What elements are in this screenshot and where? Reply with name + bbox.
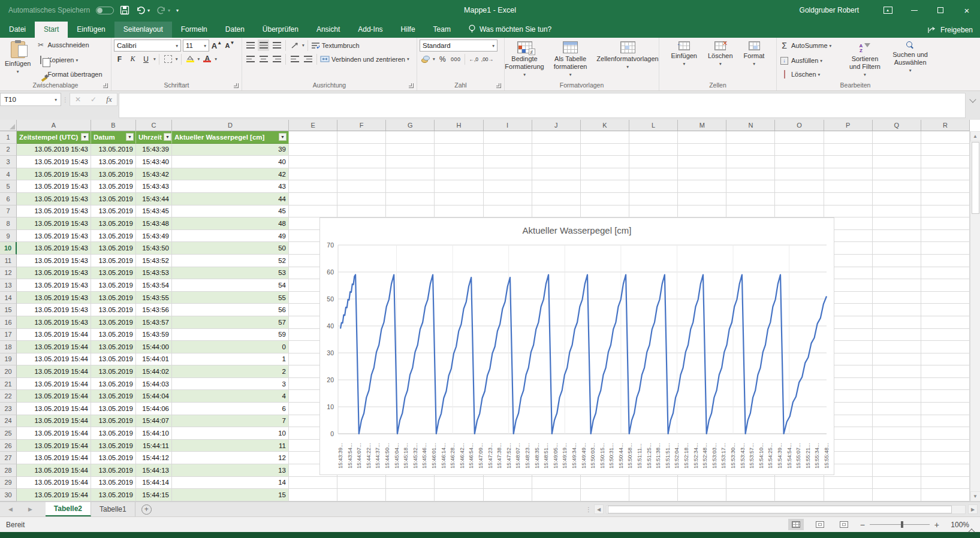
row-header-17[interactable]: 17	[0, 329, 17, 341]
cell-B25[interactable]: 13.05.2019	[91, 427, 136, 440]
cut-button[interactable]: ✂Ausschneiden	[35, 41, 102, 49]
cell-C23[interactable]: 15:44:06	[136, 403, 172, 415]
tab-splitter-icon[interactable]: ⋮	[586, 506, 592, 513]
cell-C8[interactable]: 15:43:48	[136, 217, 172, 230]
cell-D29[interactable]: 14	[172, 477, 289, 489]
cell-E2[interactable]	[289, 144, 337, 156]
cell-R2[interactable]	[921, 144, 970, 156]
cell-A20[interactable]: 13.05.2019 15:44	[17, 365, 91, 378]
cell-B3[interactable]: 13.05.2019	[91, 156, 136, 168]
cell-I2[interactable]	[484, 144, 532, 156]
number-format-select[interactable]: Standard▾	[420, 40, 497, 52]
cell-D14[interactable]: 55	[172, 292, 289, 304]
cell-A26[interactable]: 13.05.2019 15:44	[17, 440, 91, 452]
ribbon-tab-team[interactable]: Team	[424, 22, 460, 38]
cell-M7[interactable]	[678, 205, 726, 218]
cell-R3[interactable]	[921, 156, 970, 168]
cell-C17[interactable]: 15:43:59	[136, 329, 172, 341]
cell-B8[interactable]: 13.05.2019	[91, 217, 136, 230]
cell-R8[interactable]	[921, 217, 970, 230]
cell-R17[interactable]	[921, 329, 970, 341]
format-as-table-button[interactable]: Als Tabelle formatieren▾	[551, 40, 590, 80]
cell-M3[interactable]	[678, 156, 726, 168]
cell-R15[interactable]	[921, 304, 970, 316]
cell-M6[interactable]	[678, 193, 726, 205]
cell-styles-button[interactable]: Zellenformatvorlagen▾	[594, 40, 661, 80]
cell-C15[interactable]: 15:43:56	[136, 304, 172, 316]
cell-C4[interactable]: 15:43:42	[136, 168, 172, 181]
column-header-H[interactable]: H	[435, 120, 483, 131]
increase-indent-icon[interactable]	[302, 53, 313, 65]
ribbon-tab-start[interactable]: Start	[35, 22, 68, 38]
cell-E4[interactable]	[289, 168, 337, 181]
cell-J4[interactable]	[532, 168, 581, 181]
cell-C25[interactable]: 15:44:10	[136, 427, 172, 440]
cell-R14[interactable]	[921, 292, 970, 304]
column-header-G[interactable]: G	[386, 120, 435, 131]
close-button[interactable]: ×	[954, 0, 980, 20]
insert-function-icon[interactable]: fx	[101, 95, 117, 104]
cell-I3[interactable]	[484, 156, 532, 168]
cell-H5[interactable]	[435, 180, 483, 193]
column-header-R[interactable]: R	[921, 120, 970, 131]
cell-C9[interactable]: 15:43:49	[136, 230, 172, 243]
cell-A18[interactable]: 13.05.2019 15:44	[17, 341, 91, 353]
cell-A7[interactable]: 13.05.2019 15:43	[17, 205, 91, 218]
cell-Q17[interactable]	[873, 329, 921, 341]
cell-R6[interactable]	[921, 193, 970, 205]
cell-P30[interactable]	[824, 489, 873, 501]
share-button[interactable]: Freigeben	[927, 26, 973, 34]
column-header-J[interactable]: J	[532, 120, 581, 131]
zoom-slider-thumb[interactable]	[901, 521, 903, 528]
new-sheet-icon[interactable]: +	[141, 504, 152, 515]
user-name[interactable]: Goldgruber Robert	[800, 6, 859, 14]
cell-B17[interactable]: 13.05.2019	[91, 329, 136, 341]
cell-H29[interactable]	[435, 477, 483, 489]
cell-C1[interactable]: Uhrzeit▼	[136, 131, 172, 144]
cell-P1[interactable]	[824, 131, 873, 144]
cell-C13[interactable]: 15:43:54	[136, 279, 172, 292]
ribbon-tab-einfügen[interactable]: Einfügen	[68, 22, 114, 38]
cell-A16[interactable]: 13.05.2019 15:43	[17, 316, 91, 329]
cell-D11[interactable]: 52	[172, 255, 289, 267]
cell-N2[interactable]	[726, 144, 775, 156]
cell-D15[interactable]: 56	[172, 304, 289, 316]
cell-Q28[interactable]	[873, 464, 921, 477]
wrap-text-button[interactable]: Textumbruch	[311, 42, 360, 49]
column-header-F[interactable]: F	[337, 120, 386, 131]
number-dialog-launcher-icon[interactable]	[496, 83, 501, 88]
cell-P7[interactable]	[824, 205, 873, 218]
row-header-6[interactable]: 6	[0, 193, 17, 205]
cell-C3[interactable]: 15:43:40	[136, 156, 172, 168]
cell-C11[interactable]: 15:43:52	[136, 255, 172, 267]
cell-A2[interactable]: 13.05.2019 15:43	[17, 144, 91, 156]
cell-J6[interactable]	[532, 193, 581, 205]
format-painter-button[interactable]: Format übertragen	[35, 71, 102, 78]
cell-K2[interactable]	[581, 144, 629, 156]
cell-D7[interactable]: 45	[172, 205, 289, 218]
cell-B5[interactable]: 13.05.2019	[91, 180, 136, 193]
cell-Q20[interactable]	[873, 365, 921, 378]
cell-R24[interactable]	[921, 415, 970, 428]
cell-N6[interactable]	[726, 193, 775, 205]
cell-A25[interactable]: 13.05.2019 15:44	[17, 427, 91, 440]
cell-A17[interactable]: 13.05.2019 15:44	[17, 329, 91, 341]
cell-C2[interactable]: 15:43:39	[136, 144, 172, 156]
cell-Q10[interactable]	[873, 242, 921, 255]
cell-D8[interactable]: 48	[172, 217, 289, 230]
cell-B21[interactable]: 13.05.2019	[91, 378, 136, 391]
cell-Q24[interactable]	[873, 415, 921, 428]
cell-N7[interactable]	[726, 205, 775, 218]
cell-L1[interactable]	[629, 131, 678, 144]
cell-K6[interactable]	[581, 193, 629, 205]
cell-A13[interactable]: 13.05.2019 15:43	[17, 279, 91, 292]
cell-E5[interactable]	[289, 180, 337, 193]
cell-P3[interactable]	[824, 156, 873, 168]
cell-R21[interactable]	[921, 378, 970, 391]
cell-Q7[interactable]	[873, 205, 921, 218]
merge-center-button[interactable]: Verbinden und zentrieren▾	[320, 56, 409, 63]
cell-P29[interactable]	[824, 477, 873, 489]
cell-P4[interactable]	[824, 168, 873, 181]
cell-B4[interactable]: 13.05.2019	[91, 168, 136, 181]
cell-Q27[interactable]	[873, 452, 921, 464]
